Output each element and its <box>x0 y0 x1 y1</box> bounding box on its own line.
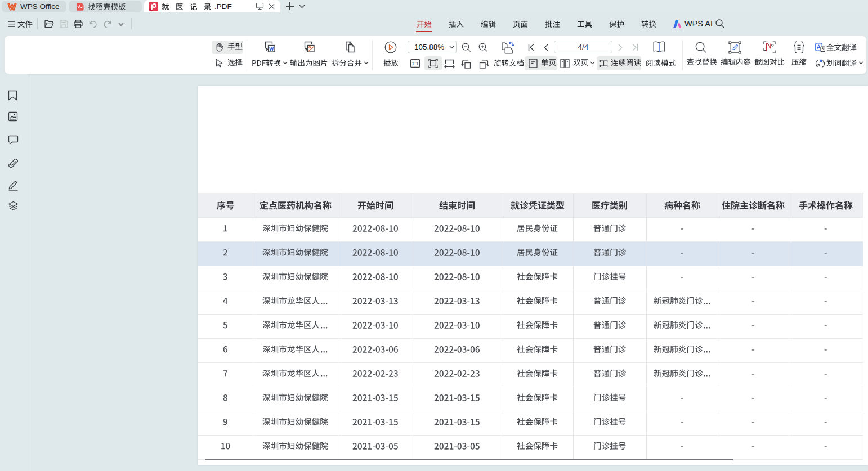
svg-text:1:1: 1:1 <box>411 61 419 66</box>
